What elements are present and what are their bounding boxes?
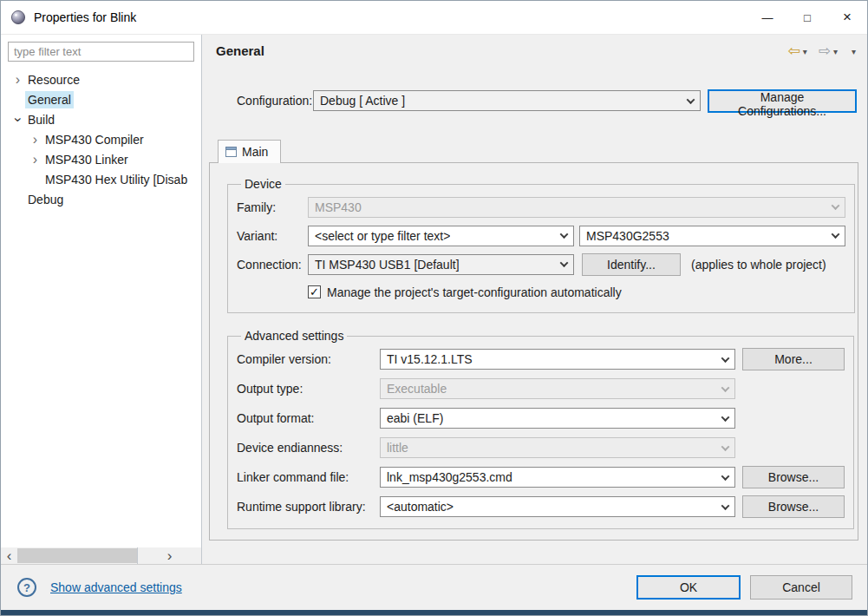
sidebar: › Resource General › Build › MSP430 Comp… <box>1 35 201 564</box>
family-value: MSP430 <box>315 200 362 214</box>
view-menu-caret-icon[interactable]: ▾ <box>852 47 856 56</box>
sidebar-item-general[interactable]: General <box>1 89 201 109</box>
sidebar-item-debug[interactable]: Debug <box>1 189 201 209</box>
main-tab-icon <box>225 147 237 157</box>
forward-arrow-icon[interactable]: ⇨ <box>819 43 831 58</box>
configuration-row: Configuration: Debug [ Active ] Manage C… <box>237 88 853 113</box>
family-label: Family: <box>237 200 308 214</box>
sidebar-item-build[interactable]: › Build <box>1 109 201 129</box>
output-format-value: eabi (ELF) <box>387 411 443 425</box>
output-format-row: Output format: eabi (ELF) <box>237 403 845 433</box>
chevron-right-icon[interactable]: › <box>28 133 42 147</box>
browse-runtime-button[interactable]: Browse... <box>742 495 845 518</box>
advanced-settings-title: Advanced settings <box>241 329 347 343</box>
manage-configurations-button[interactable]: Manage Configurations... <box>708 89 857 113</box>
connection-select[interactable]: TI MSP430 USB1 [Default] <box>308 254 574 275</box>
properties-tree: › Resource General › Build › MSP430 Comp… <box>1 62 201 209</box>
configuration-label: Configuration: <box>237 94 313 108</box>
tree-item-label[interactable]: Build <box>25 111 57 128</box>
chevron-down-icon[interactable] <box>681 91 700 110</box>
cancel-button[interactable]: Cancel <box>750 575 852 600</box>
variant-label: Variant: <box>237 229 308 243</box>
chevron-down-icon[interactable] <box>554 226 573 246</box>
app-properties-icon <box>10 10 26 25</box>
chevron-down-icon[interactable] <box>715 497 734 516</box>
title-bar: Properties for Blink — □ × <box>1 1 867 35</box>
chevron-down-icon[interactable] <box>826 226 845 246</box>
help-icon[interactable]: ? <box>17 578 36 597</box>
variant-filter-combo[interactable]: <select or type filter text> <box>308 226 574 246</box>
configuration-select[interactable]: Debug [ Active ] <box>313 90 701 111</box>
chevron-down-icon[interactable] <box>554 255 573 274</box>
tab-main[interactable]: Main <box>218 140 281 163</box>
tree-item-label[interactable]: Debug <box>25 191 66 208</box>
connection-note: (applies to whole project) <box>691 258 826 272</box>
compiler-version-select[interactable]: TI v15.12.1.LTS <box>380 349 735 370</box>
variant-filter-value: <select or type filter text> <box>315 229 450 243</box>
identify-button[interactable]: Identify... <box>582 253 681 276</box>
filter-input[interactable] <box>8 42 194 62</box>
device-endianness-label: Device endianness: <box>237 441 380 455</box>
minimize-button[interactable]: — <box>747 1 787 34</box>
more-button[interactable]: More... <box>742 348 845 370</box>
chevron-down-icon <box>715 379 734 398</box>
chevron-down-icon <box>715 438 734 457</box>
runtime-support-library-row: Runtime support library: <automatic> Bro… <box>237 492 845 521</box>
tree-item-label[interactable]: MSP430 Compiler <box>42 131 147 148</box>
device-group-title: Device <box>241 177 285 191</box>
manage-target-config-label[interactable]: Manage the project's target-configuratio… <box>327 285 622 299</box>
linker-command-file-label: Linker command file: <box>237 470 380 484</box>
window-bottom-edge <box>1 610 867 615</box>
forward-menu-caret-icon[interactable]: ▾ <box>833 47 838 56</box>
runtime-support-library-select[interactable]: <automatic> <box>380 496 735 517</box>
tree-item-label-selected[interactable]: General <box>25 91 74 108</box>
checkbox-checked-icon[interactable]: ✓ <box>308 285 321 298</box>
chevron-down-icon[interactable] <box>715 409 734 428</box>
scrollbar-thumb[interactable] <box>17 548 137 563</box>
window-controls: — □ × <box>747 1 867 34</box>
connection-value: TI MSP430 USB1 [Default] <box>315 258 460 272</box>
horizontal-scrollbar[interactable]: ‹ › <box>1 547 201 564</box>
show-advanced-settings-link[interactable]: Show advanced settings <box>50 580 182 594</box>
scroll-left-icon[interactable]: ‹ <box>1 547 17 564</box>
sidebar-item-msp430-compiler[interactable]: › MSP430 Compiler <box>1 129 201 149</box>
ok-button[interactable]: OK <box>636 575 741 600</box>
variant-select[interactable]: MSP430G2553 <box>579 226 845 246</box>
chevron-down-icon[interactable] <box>715 468 734 487</box>
maximize-button[interactable]: □ <box>787 1 827 34</box>
back-arrow-icon[interactable]: ⇦ <box>787 43 799 58</box>
browse-linker-button[interactable]: Browse... <box>742 466 845 488</box>
linker-command-file-row: Linker command file: lnk_msp430g2553.cmd… <box>237 462 845 492</box>
output-format-label: Output format: <box>237 411 380 425</box>
sidebar-item-msp430-linker[interactable]: › MSP430 Linker <box>1 149 201 169</box>
chevron-right-icon[interactable]: › <box>10 73 25 87</box>
properties-dialog: Properties for Blink — □ × › Resource Ge… <box>0 0 868 616</box>
runtime-support-library-value: <automatic> <box>387 500 454 514</box>
close-button[interactable]: × <box>827 1 867 34</box>
sidebar-item-msp430-hex-utility[interactable]: MSP430 Hex Utility [Disab <box>1 169 201 189</box>
tab-bar: Main <box>218 139 867 162</box>
main-tab-content: Device Family: MSP430 Variant: <select o… <box>209 162 858 541</box>
compiler-version-row: Compiler version: TI v15.12.1.LTS More..… <box>237 344 845 374</box>
linker-command-file-value: lnk_msp430g2553.cmd <box>387 470 512 484</box>
linker-command-file-select[interactable]: lnk_msp430g2553.cmd <box>380 467 735 488</box>
device-endianness-select: little <box>380 437 735 458</box>
device-endianness-row: Device endianness: little <box>237 433 845 462</box>
output-format-select[interactable]: eabi (ELF) <box>380 408 735 429</box>
tree-item-label[interactable]: MSP430 Linker <box>42 151 131 168</box>
chevron-right-icon[interactable]: › <box>28 153 42 167</box>
chevron-down-icon[interactable] <box>715 350 734 369</box>
sidebar-item-resource[interactable]: › Resource <box>1 69 201 89</box>
page-title: General <box>216 43 264 58</box>
output-type-row: Output type: Executable <box>237 374 845 403</box>
variant-row: Variant: <select or type filter text> MS… <box>237 221 845 250</box>
manage-target-config-row: ✓ Manage the project's target-configurat… <box>237 279 845 305</box>
tree-item-label[interactable]: MSP430 Hex Utility [Disab <box>42 171 190 188</box>
scroll-right-icon[interactable]: › <box>137 547 201 564</box>
device-endianness-value: little <box>387 441 408 455</box>
back-menu-caret-icon[interactable]: ▾ <box>803 47 807 56</box>
tree-item-label[interactable]: Resource <box>25 71 82 88</box>
variant-value: MSP430G2553 <box>586 229 669 243</box>
chevron-down-icon[interactable]: › <box>11 112 25 127</box>
connection-label: Connection: <box>237 258 308 272</box>
